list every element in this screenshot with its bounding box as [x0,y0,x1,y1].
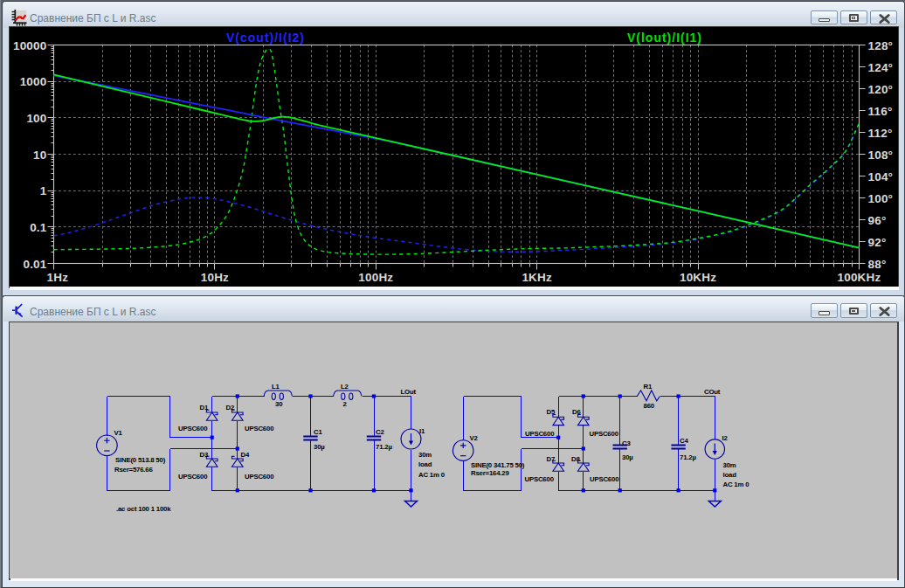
svg-text:D1: D1 [200,404,209,412]
svg-text:UPSC600: UPSC600 [525,430,555,438]
svg-text:1KHz: 1KHz [522,271,552,284]
svg-text:UPSC600: UPSC600 [245,473,274,481]
svg-text:LOut: LOut [401,388,417,396]
svg-text:128°: 128° [868,39,894,52]
svg-text:UPSC600: UPSC600 [178,473,208,481]
svg-text:D7: D7 [547,455,556,463]
svg-text:Rser=164.29: Rser=164.29 [471,469,509,477]
svg-text:UPSC600: UPSC600 [590,430,619,438]
svg-text:C3: C3 [622,439,631,447]
svg-text:I2: I2 [722,434,729,442]
svg-text:load: load [418,460,432,468]
svg-text:L1: L1 [272,383,280,391]
svg-text:I1: I1 [419,427,425,435]
svg-text:1000: 1000 [20,75,47,88]
svg-text:UPSC600: UPSC600 [245,425,274,432]
svg-text:112°: 112° [868,127,893,140]
svg-text:.ac oct 100 1 100k: .ac oct 100 1 100k [116,505,171,513]
svg-text:D3: D3 [200,451,209,459]
svg-text:C1: C1 [314,428,322,436]
svg-text:R1: R1 [644,383,653,391]
svg-text:V(lout)/I(I1): V(lout)/I(I1) [627,31,702,45]
svg-text:10Hz: 10Hz [201,271,229,284]
svg-text:71.2µ: 71.2µ [376,443,392,451]
svg-text:10: 10 [33,149,46,162]
svg-text:30m: 30m [723,461,736,469]
svg-text:92°: 92° [868,236,887,249]
svg-text:V1: V1 [114,429,123,437]
svg-text:SINE(0 513.8 50): SINE(0 513.8 50) [115,456,166,464]
svg-text:120°: 120° [868,83,894,96]
svg-text:71.2µ: 71.2µ [680,453,696,461]
svg-text:1: 1 [40,184,47,197]
svg-text:V(cout)/I(I2): V(cout)/I(I2) [226,31,305,45]
svg-text:30µ: 30µ [314,443,325,451]
svg-text:1Hz: 1Hz [47,271,69,284]
svg-text:0.01: 0.01 [23,258,46,271]
svg-text:860: 860 [644,402,655,410]
svg-text:30: 30 [275,400,283,408]
svg-text:UPSC600: UPSC600 [525,475,555,483]
svg-text:108°: 108° [868,149,894,162]
svg-text:10KHz: 10KHz [680,271,716,284]
svg-text:0.1: 0.1 [30,221,47,234]
svg-text:COut: COut [704,388,721,396]
svg-text:C4: C4 [680,437,688,445]
svg-text:100KHz: 100KHz [838,271,881,284]
svg-text:116°: 116° [868,105,893,118]
svg-text:AC 1m 0: AC 1m 0 [418,471,446,479]
svg-text:88°: 88° [868,258,887,271]
svg-text:30µ: 30µ [622,453,633,461]
svg-text:D8: D8 [571,455,580,463]
svg-text:UPSC600: UPSC600 [590,475,619,483]
svg-text:Rser=576.66: Rser=576.66 [114,466,153,474]
svg-text:SINE(0 341.75 50): SINE(0 341.75 50) [471,461,525,469]
svg-text:D5: D5 [547,408,556,416]
svg-text:104°: 104° [868,170,894,183]
svg-text:UPSC600: UPSC600 [178,425,208,432]
svg-text:100: 100 [26,112,46,125]
svg-text:load: load [723,471,737,479]
svg-text:AC 1m 0: AC 1m 0 [723,481,750,488]
svg-text:10000: 10000 [13,39,47,52]
svg-text:100°: 100° [868,192,894,205]
svg-text:100Hz: 100Hz [358,271,393,284]
svg-text:L2: L2 [341,383,349,391]
svg-text:96°: 96° [868,214,887,227]
svg-text:124°: 124° [868,61,894,74]
svg-text:C2: C2 [376,428,384,436]
svg-text:D2: D2 [226,404,235,412]
svg-text:V2: V2 [470,434,479,442]
svg-text:D4: D4 [241,451,250,459]
svg-text:D6: D6 [572,408,581,416]
svg-text:30m: 30m [418,451,432,459]
